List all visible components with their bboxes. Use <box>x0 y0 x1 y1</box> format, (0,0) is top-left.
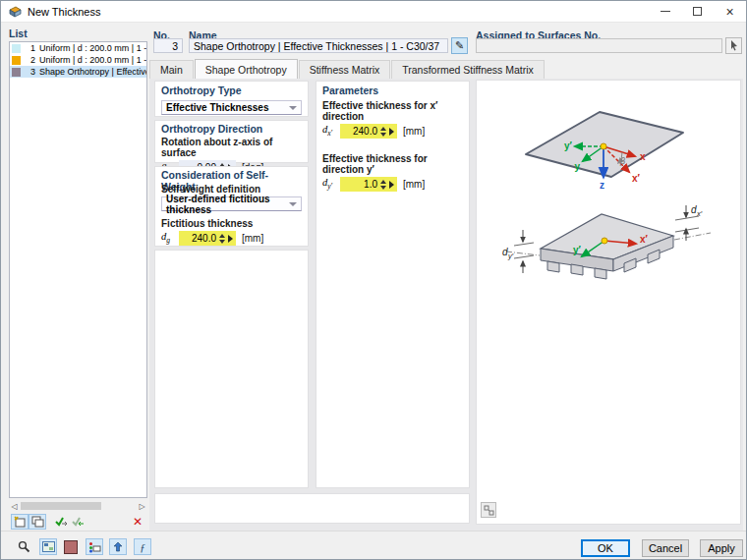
fx-icon: ƒ <box>140 541 145 553</box>
title-bar: New Thickness × <box>1 1 746 23</box>
new-thickness-button[interactable] <box>11 514 29 530</box>
check-all-icon <box>54 516 68 528</box>
minimize-button[interactable] <box>649 1 681 22</box>
orthotropy-type-dropdown[interactable]: Effective Thicknesses <box>161 100 302 115</box>
close-button[interactable]: × <box>714 1 746 22</box>
tab-stiffness-matrix[interactable]: Stiffness Matrix <box>299 60 391 79</box>
spinner-icon[interactable] <box>380 180 386 190</box>
item-label: Shape Orthotropy | Effective Thicknesses… <box>39 67 146 77</box>
import-icon <box>112 541 124 553</box>
list-toolbar: ✕ <box>9 514 147 531</box>
new-item-icon <box>14 516 27 528</box>
orthotropy-direction-header: Orthotropy Direction <box>161 123 302 136</box>
cancel-button[interactable]: Cancel <box>642 539 689 557</box>
axis-label-x-prime-2: x′ <box>640 234 649 245</box>
delete-icon: ✕ <box>133 515 143 529</box>
fictitious-thickness-unit: [mm] <box>242 233 263 244</box>
new-thickness-dialog: New Thickness × List 1 Uniform | d : 200… <box>0 0 747 560</box>
select-cursor-icon <box>729 40 739 51</box>
self-weight-definition-dropdown[interactable]: User-defined fictitious thickness <box>161 196 302 211</box>
find-button[interactable] <box>15 538 32 555</box>
units-settings-button[interactable] <box>39 538 57 555</box>
thickness-y-input[interactable]: 1.0 <box>340 177 397 192</box>
select-all-button[interactable] <box>52 514 70 530</box>
thickness-y-label: Effective thickness for direction y′ <box>322 153 463 175</box>
axis-label-x-prime: x′ <box>632 173 641 184</box>
orthotropy-diagram-panel: y′ y x x′ z β <box>476 80 741 525</box>
beta-angle-label: β <box>619 156 625 166</box>
dim-y-sub: y′ <box>507 252 514 260</box>
ok-button[interactable]: OK <box>581 539 630 557</box>
chevron-down-icon <box>289 202 297 206</box>
close-icon: × <box>725 5 733 19</box>
parameters-section: Parameters Effective thickness for x′ di… <box>316 81 470 488</box>
list-horizontal-scrollbar[interactable]: ◁ ▷ <box>9 500 147 512</box>
no-field[interactable]: 3 <box>153 38 183 53</box>
tab-main[interactable]: Main <box>149 60 194 79</box>
scroll-left-icon[interactable]: ◁ <box>9 502 20 511</box>
list-item-1[interactable]: 1 Uniform | d : 200.0 mm | 1 - C30/37 <box>10 42 146 54</box>
item-number: 3 <box>24 67 35 77</box>
tab-bar: Main Shape Orthotropy Stiffness Matrix T… <box>149 59 743 79</box>
list-item-2[interactable]: 2 Uniform | d : 200.0 mm | 1 - C30/37 <box>10 54 146 66</box>
pencil-icon: ✎ <box>455 39 464 52</box>
list-header: List <box>9 28 147 40</box>
detail-arrow-icon[interactable] <box>389 128 394 136</box>
orthotropy-diagram: y′ y x x′ z β <box>477 81 740 503</box>
deselect-all-button[interactable] <box>69 514 86 530</box>
thickness-x-unit: [mm] <box>403 126 425 137</box>
dg-symbol: dg <box>161 231 179 245</box>
apply-button[interactable]: Apply <box>700 539 743 557</box>
tab-shape-orthotropy[interactable]: Shape Orthotropy <box>195 59 298 79</box>
coordinate-system-button[interactable] <box>481 502 496 518</box>
thickness-y-unit: [mm] <box>403 179 425 190</box>
app-icon <box>8 5 22 19</box>
coordinate-system-icon <box>484 505 494 516</box>
fictitious-thickness-label: Fictitious thickness <box>161 218 302 229</box>
fictitious-thickness-input[interactable]: 240.0 <box>179 231 236 246</box>
color-swatch <box>12 56 21 65</box>
edit-name-button[interactable]: ✎ <box>451 37 468 54</box>
detail-arrow-icon[interactable] <box>389 181 394 189</box>
color-swatch-icon <box>64 540 78 554</box>
orthotropy-type-header: Orthotropy Type <box>161 84 302 97</box>
flat-plate-diagram: y′ y x x′ z β <box>526 112 683 191</box>
parameters-header: Parameters <box>322 84 463 97</box>
scrollbar-thumb[interactable] <box>21 502 101 510</box>
formula-button[interactable]: ƒ <box>134 538 151 555</box>
thickness-x-input[interactable]: 240.0 <box>340 124 397 139</box>
color-button[interactable] <box>62 538 80 555</box>
spinner-icon[interactable] <box>219 234 225 244</box>
window-title: New Thickness <box>28 6 100 18</box>
delete-thickness-button[interactable]: ✕ <box>129 514 146 530</box>
detail-arrow-icon[interactable] <box>228 235 233 243</box>
thickness-x-label: Effective thickness for x′ direction <box>322 100 463 122</box>
tab-transformed-stiffness-matrix[interactable]: Transformed Stiffness Matrix <box>391 60 545 79</box>
layers-button[interactable] <box>86 538 103 555</box>
pick-surfaces-button[interactable] <box>725 37 742 54</box>
orthotropy-type-section: Orthotropy Type Effective Thicknesses <box>154 81 309 117</box>
item-label: Uniform | d : 200.0 mm | 1 - C30/37 <box>39 43 146 53</box>
import-button[interactable] <box>109 538 127 555</box>
chevron-down-icon <box>289 106 297 110</box>
maximize-button[interactable] <box>681 1 714 22</box>
scroll-right-icon[interactable]: ▷ <box>137 502 147 511</box>
maximize-icon <box>693 7 702 16</box>
color-swatch <box>12 44 21 53</box>
rotation-label: Rotation about z-axis of surface <box>161 137 302 158</box>
assigned-surfaces-field[interactable] <box>476 38 722 53</box>
thickness-list: 1 Uniform | d : 200.0 mm | 1 - C30/37 2 … <box>9 41 147 498</box>
self-weight-section: Consideration of Self-Weight Self-weight… <box>154 166 309 247</box>
name-field[interactable]: Shape Orthotropy | Effective Thicknesses… <box>189 38 448 53</box>
dim-x-sub: x′ <box>696 209 703 218</box>
copy-thickness-button[interactable] <box>29 514 46 530</box>
self-weight-definition-value: User-defined fictitious thickness <box>166 194 289 215</box>
list-item-3-selected[interactable]: 3 Shape Orthotropy | Effective Thickness… <box>10 66 146 78</box>
axis-label-z: z <box>600 180 604 191</box>
color-swatch <box>12 68 21 77</box>
axis-label-y: y <box>574 161 580 172</box>
dy-symbol: dy′ <box>322 177 340 191</box>
item-label: Uniform | d : 200.0 mm | 1 - C30/37 <box>39 55 146 65</box>
footer-divider <box>1 531 747 532</box>
spinner-icon[interactable] <box>380 127 386 137</box>
